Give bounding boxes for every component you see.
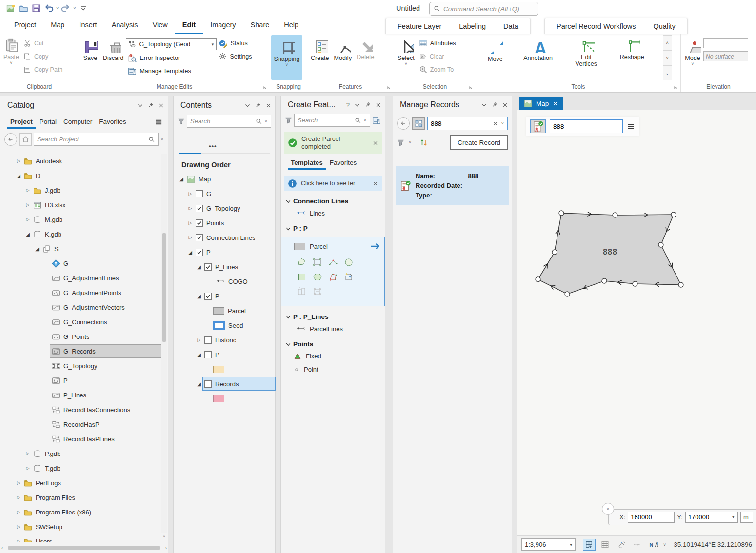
catalog-item-g-adjustmentvectors[interactable]: G_AdjustmentVectors — [0, 300, 161, 315]
open-template-arrow-icon[interactable] — [368, 242, 379, 250]
catalog-item-d[interactable]: ◢D — [0, 168, 161, 183]
template-lines[interactable]: Lines — [281, 207, 385, 220]
attributes-button[interactable]: Attributes — [417, 37, 458, 50]
layer-checkbox[interactable] — [204, 351, 212, 358]
expander-icon[interactable]: ◢ — [24, 232, 32, 237]
layer-item-cogo[interactable]: COGO — [174, 274, 275, 289]
expander-icon[interactable]: ◢ — [195, 294, 203, 299]
save-edits-button[interactable]: Save — [80, 35, 100, 62]
close-icon[interactable] — [373, 140, 378, 146]
create-record-button[interactable]: Create Record — [450, 135, 508, 150]
contents-search[interactable]: ˅ — [187, 115, 271, 128]
catalog-hscrollbar[interactable]: ‹› — [1, 544, 167, 552]
y-unit-dropdown[interactable]: ▾ — [729, 512, 737, 522]
close-icon[interactable] — [266, 103, 271, 108]
layer-item-map[interactable]: ◢Map — [174, 172, 275, 186]
pin-icon[interactable] — [492, 102, 497, 108]
catalog-item-program-files[interactable]: ▷Program Files — [0, 490, 161, 505]
record-view-button[interactable] — [412, 117, 425, 130]
expander-icon[interactable]: ▷ — [24, 202, 32, 207]
pin-icon[interactable] — [255, 102, 261, 108]
expander-icon[interactable]: ▷ — [186, 206, 194, 211]
ribbon-tab-edit[interactable]: Edit — [175, 17, 203, 34]
chevron-down-icon[interactable] — [138, 103, 143, 108]
ground-to-grid-toggle[interactable] — [631, 539, 643, 551]
dynamic-constraints-toggle[interactable] — [615, 539, 628, 551]
expander-icon[interactable]: ◢ — [186, 250, 194, 255]
pin-icon[interactable] — [365, 102, 371, 108]
create-features-tab-templates[interactable]: Templates — [288, 157, 326, 170]
catalog-item-perflogs[interactable]: ▷PerfLogs — [0, 475, 161, 490]
layer-checkbox[interactable] — [196, 249, 203, 256]
right-angle-tool-icon[interactable] — [325, 272, 341, 282]
layer-checkbox[interactable] — [204, 336, 212, 344]
rectangle-tool-icon[interactable] — [310, 257, 325, 268]
catalog-vscrollbar[interactable] — [161, 154, 167, 533]
section-points[interactable]: Points — [281, 336, 385, 350]
catalog-item-g-connections[interactable]: G_Connections — [0, 315, 161, 329]
symbol-swatch[interactable] — [213, 395, 224, 402]
expander-icon[interactable]: ◢ — [178, 177, 185, 182]
ribbon-tab-view[interactable]: View — [145, 17, 175, 34]
catalog-item-g-points[interactable]: G_Points — [0, 329, 161, 344]
template-parcellines[interactable]: ParcelLines — [281, 322, 385, 336]
menu-icon[interactable] — [627, 123, 635, 130]
paste-button[interactable]: Paste ˅ — [1, 35, 21, 66]
close-icon[interactable] — [502, 102, 508, 108]
expander-icon[interactable]: ▷ — [186, 191, 194, 196]
catalog-tab-project[interactable]: Project — [7, 116, 36, 129]
manage-templates-icon[interactable] — [372, 116, 381, 125]
expander-icon[interactable]: ◢ — [195, 381, 203, 387]
status-button[interactable]: Status — [217, 37, 254, 50]
manage-edits-launcher[interactable] — [262, 85, 268, 91]
active-record-input[interactable] — [550, 119, 623, 133]
north-arrow-button[interactable]: N — [647, 539, 659, 551]
pin-icon[interactable] — [148, 102, 154, 108]
catalog-item-p-lines[interactable]: P_Lines — [0, 388, 161, 402]
topology-combobox[interactable]: G_Topology (Geod ▾ — [126, 38, 217, 50]
catalog-item-h3-xlsx[interactable]: ▷H3.xlsx — [0, 198, 161, 212]
zoom-to-button[interactable]: Zoom To — [417, 63, 458, 76]
close-icon[interactable] — [376, 102, 381, 108]
layer-checkbox[interactable] — [204, 293, 212, 300]
expander-icon[interactable]: ◢ — [15, 173, 22, 178]
expander-icon[interactable]: ▷ — [15, 510, 22, 514]
ribbon-tab-imagery[interactable]: Imagery — [203, 17, 243, 34]
layer-item-connection-lines[interactable]: ▷Connection Lines — [174, 230, 275, 245]
section-p-plines[interactable]: P : P_Lines — [281, 308, 385, 322]
expander-icon[interactable]: ▷ — [24, 217, 32, 222]
layer-item-tan[interactable] — [174, 362, 275, 376]
grid-toggle[interactable] — [599, 539, 612, 551]
layer-checkbox[interactable] — [204, 263, 212, 271]
catalog-item-g-adjustmentpoints[interactable]: G_AdjustmentPoints — [0, 285, 161, 300]
template-parcel-card[interactable]: Parcel — [281, 237, 385, 306]
create-button[interactable]: Create — [308, 35, 332, 62]
catalog-item-g-records[interactable]: G_Records — [0, 344, 161, 358]
map-canvas[interactable]: 888 ˅ X: Y: ▾ m 1:3,906 ▾ — [517, 110, 756, 553]
ribbon-tab-help[interactable]: Help — [277, 17, 306, 34]
delete-button[interactable]: Delete — [354, 35, 377, 61]
catalog-item-recordhasplines[interactable]: RecordHasPLines — [0, 432, 161, 446]
symbol-swatch[interactable] — [213, 321, 225, 330]
expander-icon[interactable]: ▷ — [195, 337, 203, 342]
catalog-item-g[interactable]: G — [0, 256, 161, 271]
layer-checkbox[interactable] — [196, 205, 203, 212]
tools-launcher[interactable] — [673, 85, 679, 91]
layer-checkbox[interactable] — [196, 234, 203, 241]
selection-launcher[interactable] — [468, 85, 474, 91]
context-tab-labeling[interactable]: Labeling — [450, 22, 495, 30]
undo-button[interactable] — [43, 2, 55, 15]
layer-checkbox[interactable] — [204, 380, 212, 388]
catalog-item-users[interactable]: ▷Users — [0, 534, 161, 542]
symbol-swatch[interactable] — [213, 307, 224, 315]
expander-icon[interactable]: ▷ — [186, 235, 194, 240]
layer-item-p[interactable]: ◢P — [174, 289, 275, 303]
status-options-dropdown[interactable]: ˅ — [663, 542, 666, 547]
context-tab-quality[interactable]: Quality — [645, 22, 684, 30]
transform-tool-icon[interactable] — [310, 286, 325, 297]
catalog-item-swsetup[interactable]: ▷SWSetup — [0, 519, 161, 534]
context-tab-data[interactable]: Data — [495, 22, 527, 30]
catalog-item-s[interactable]: ◢S — [0, 241, 161, 256]
template-search-input[interactable] — [298, 117, 353, 124]
close-icon[interactable] — [159, 103, 164, 108]
